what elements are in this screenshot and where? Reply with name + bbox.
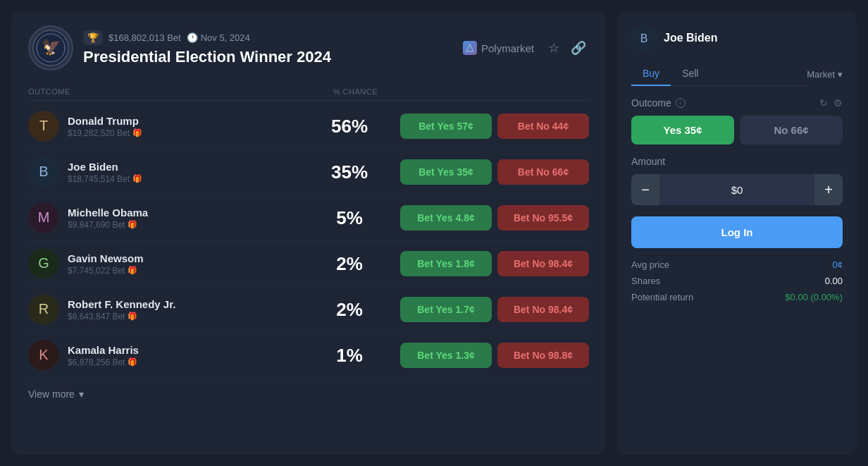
bet-no-button[interactable]: Bet No 98.4¢	[497, 297, 589, 322]
bet-no-button[interactable]: Bet No 95.5¢	[497, 205, 589, 231]
gift-icon: 🎁	[128, 220, 137, 229]
stats-section: Avg price 0¢ Shares 0.00 Potential retur…	[631, 259, 843, 302]
selected-candidate-name: Joe Biden	[664, 32, 717, 44]
potential-return-value: $0.00 (0.00%)	[785, 292, 843, 302]
candidate-details: Joe Biden $18,745,514 Bet 🎁	[68, 161, 142, 184]
outcome-label: Outcome i	[631, 97, 686, 109]
view-more-button[interactable]: View more ▾	[28, 388, 589, 400]
bet-buttons: Bet Yes 57¢ Bet No 44¢	[378, 114, 589, 139]
shares-row: Shares 0.00	[631, 276, 843, 286]
candidate-info: K Kamala Harris $6,878,256 Bet 🎁	[28, 340, 321, 371]
bet-yes-button[interactable]: Bet Yes 4.8¢	[400, 205, 492, 231]
table-header: OUTCOME % CHANCE	[28, 83, 589, 101]
candidate-percent: 5%	[321, 207, 378, 229]
main-container: 🦅 🏆 $168,802,013 Bet 🕐 Nov 5, 2024 Presi…	[0, 0, 868, 466]
total-bet: $168,802,013 Bet	[108, 32, 181, 43]
svg-marker-3	[466, 44, 473, 51]
refresh-icon[interactable]: ↻	[819, 97, 828, 109]
svg-text:G: G	[38, 255, 49, 271]
avatar: R	[28, 294, 59, 325]
candidate-info: T Donald Trump $19,282,520 Bet 🎁	[28, 111, 321, 142]
info-icon: i	[676, 98, 686, 108]
chevron-down-icon: ▾	[79, 388, 84, 400]
login-button[interactable]: Log In	[631, 216, 843, 248]
bet-yes-button[interactable]: Bet Yes 57¢	[400, 114, 492, 139]
svg-text:B: B	[640, 32, 648, 44]
avg-price-row: Avg price 0¢	[631, 259, 843, 270]
candidate-details: Gavin Newsom $7,745,022 Bet 🎁	[68, 252, 144, 276]
table-row: B Joe Biden $18,745,514 Bet 🎁 35% Bet Ye…	[28, 149, 589, 195]
svg-text:🦅: 🦅	[42, 37, 61, 56]
avatar: G	[28, 248, 59, 279]
candidate-bet: $7,745,022 Bet 🎁	[68, 266, 144, 276]
bet-no-button[interactable]: Bet No 98.8¢	[497, 343, 589, 368]
right-header: B Joe Biden	[631, 25, 843, 51]
share-button[interactable]: 🔗	[568, 37, 589, 59]
amount-decrease-button[interactable]: −	[631, 174, 659, 205]
bet-yes-button[interactable]: Bet Yes 1.3¢	[400, 343, 492, 368]
header-info: 🏆 $168,802,013 Bet 🕐 Nov 5, 2024 Preside…	[83, 30, 453, 66]
outcome-yes-button[interactable]: Yes 35¢	[631, 116, 734, 145]
candidate-info: G Gavin Newsom $7,745,022 Bet 🎁	[28, 248, 321, 279]
favorite-button[interactable]: ☆	[545, 37, 562, 59]
view-more-label: View more	[28, 388, 75, 400]
market-dropdown[interactable]: Market ▾	[807, 65, 843, 84]
candidate-bet: $19,282,520 Bet 🎁	[68, 128, 142, 138]
col-outcome: OUTCOME	[28, 87, 333, 96]
bet-buttons: Bet Yes 4.8¢ Bet No 95.5¢	[378, 205, 589, 231]
page-title: Presidential Election Winner 2024	[83, 48, 453, 66]
gift-icon: 🎁	[132, 174, 142, 183]
candidates-list: T Donald Trump $19,282,520 Bet 🎁 56% Bet…	[28, 104, 589, 379]
candidate-details: Kamala Harris $6,878,256 Bet 🎁	[68, 344, 139, 367]
candidate-percent: 1%	[321, 345, 378, 367]
svg-text:M: M	[38, 209, 50, 225]
clock-icon: 🕐	[187, 32, 198, 43]
right-panel: B Joe Biden Buy Sell Market ▾ Outcome i	[617, 11, 857, 455]
candidate-details: Donald Trump $19,282,520 Bet 🎁	[68, 115, 142, 138]
candidate-bet: $6,878,256 Bet 🎁	[68, 357, 139, 367]
potential-return-label: Potential return	[631, 292, 693, 302]
table-row: M Michelle Obama $9,847,690 Bet 🎁 5% Bet…	[28, 195, 589, 241]
outcome-icons: ↻ ⚙	[819, 97, 843, 109]
outcome-buttons: Yes 35¢ No 66¢	[631, 116, 843, 145]
svg-text:K: K	[39, 347, 49, 362]
gift-icon: 🎁	[128, 312, 137, 321]
header-right: Polymarket ☆ 🔗	[463, 37, 589, 59]
amount-input-row: − +	[631, 174, 843, 205]
tab-buy[interactable]: Buy	[631, 62, 671, 86]
bet-buttons: Bet Yes 1.8¢ Bet No 98.4¢	[378, 251, 589, 276]
table-row: R Robert F. Kennedy Jr. $8,643,847 Bet 🎁…	[28, 287, 589, 333]
bet-yes-button[interactable]: Bet Yes 1.8¢	[400, 251, 492, 276]
polymarket-brand: Polymarket	[463, 41, 534, 55]
candidate-bet: $18,745,514 Bet 🎁	[68, 174, 142, 184]
candidate-name: Kamala Harris	[68, 344, 139, 356]
table-row: K Kamala Harris $6,878,256 Bet 🎁 1% Bet …	[28, 333, 589, 379]
candidate-info: B Joe Biden $18,745,514 Bet 🎁	[28, 157, 321, 188]
header-icons: ☆ 🔗	[545, 37, 589, 59]
bet-yes-button[interactable]: Bet Yes 1.7¢	[400, 297, 492, 322]
candidate-name: Michelle Obama	[68, 207, 148, 219]
avatar: T	[28, 111, 59, 142]
bet-no-button[interactable]: Bet No 44¢	[497, 114, 589, 139]
col-chance: % CHANCE	[333, 87, 378, 96]
avg-price-label: Avg price	[631, 259, 669, 270]
gear-icon[interactable]: ⚙	[833, 97, 843, 109]
bet-no-button[interactable]: Bet No 66¢	[497, 159, 589, 185]
outcome-no-button[interactable]: No 66¢	[740, 116, 843, 145]
tab-sell[interactable]: Sell	[671, 62, 709, 86]
candidate-percent: 35%	[321, 161, 378, 183]
candidate-details: Robert F. Kennedy Jr. $8,643,847 Bet 🎁	[68, 298, 175, 321]
buy-sell-tabs: Buy Sell	[631, 62, 807, 86]
candidate-details: Michelle Obama $9,847,690 Bet 🎁	[68, 207, 148, 230]
bet-no-button[interactable]: Bet No 98.4¢	[497, 251, 589, 276]
amount-section: Amount − +	[631, 156, 843, 205]
shares-value: 0.00	[825, 276, 843, 286]
candidate-bet: $9,847,690 Bet 🎁	[68, 220, 148, 230]
gift-icon: 🎁	[128, 266, 137, 275]
candidate-name: Gavin Newsom	[68, 252, 144, 264]
amount-input[interactable]	[659, 184, 814, 196]
chevron-down-icon: ▾	[838, 69, 843, 80]
bet-yes-button[interactable]: Bet Yes 35¢	[400, 159, 492, 185]
amount-increase-button[interactable]: +	[814, 174, 843, 205]
event-date: 🕐 Nov 5, 2024	[187, 32, 250, 43]
